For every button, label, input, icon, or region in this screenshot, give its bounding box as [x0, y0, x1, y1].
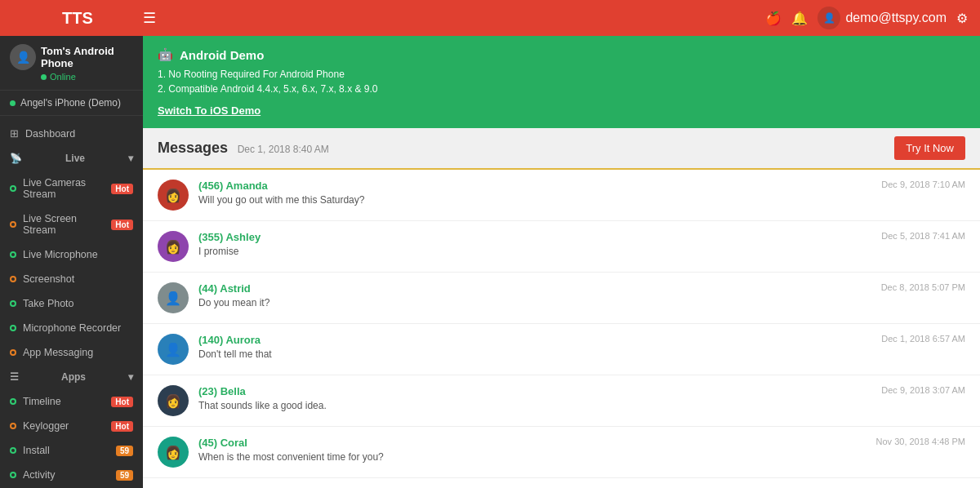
- device-section: 👤 Tom's Android Phone Online: [0, 36, 143, 91]
- contact-name: (355) Ashley: [198, 231, 871, 243]
- screenshot-dot: [10, 276, 16, 282]
- live-cameras-badge: Hot: [111, 184, 133, 194]
- sidebar-section-apps[interactable]: ☰ Apps ▾: [0, 365, 143, 389]
- banner-title: 🤖 Android Demo: [158, 47, 965, 62]
- activity-badge: 59: [116, 470, 133, 481]
- message-item[interactable]: 👤 (44) Astrid Do you mean it? Dec 8, 201…: [143, 273, 980, 324]
- sidebar-item-screenshot[interactable]: Screenshot: [0, 267, 143, 291]
- sidebar-item-activity[interactable]: Activity 59: [0, 463, 143, 487]
- device-name-label: Tom's Android Phone: [41, 45, 133, 69]
- message-time: Dec 1, 2018 6:57 AM: [881, 334, 965, 344]
- sidebar: 👤 Tom's Android Phone Online Angel's iPh…: [0, 36, 143, 488]
- angel-dot: [10, 100, 16, 106]
- avatar: 👩: [158, 385, 189, 416]
- install-label: Install: [23, 445, 50, 456]
- message-item[interactable]: 👩 (456) Amanda Will you go out with me t…: [143, 170, 980, 221]
- live-icon: 📡: [10, 153, 22, 164]
- message-preview: Will you go out with me this Saturday?: [198, 194, 871, 206]
- online-status: Online: [10, 72, 133, 82]
- online-dot: [41, 74, 47, 80]
- app-messaging-dot: [10, 349, 16, 356]
- dashboard-icon: ⊞: [10, 127, 19, 140]
- message-time: Dec 9, 2018 3:07 AM: [881, 385, 965, 395]
- message-time: Dec 9, 2018 7:10 AM: [881, 180, 965, 189]
- message-preview: Do you mean it?: [198, 297, 871, 308]
- message-body: (456) Amanda Will you go out with me thi…: [198, 180, 871, 206]
- live-mic-label: Live Microphone: [23, 249, 98, 260]
- timeline-dot: [10, 398, 16, 405]
- avatar: 👩: [158, 437, 189, 468]
- sidebar-item-dashboard[interactable]: ⊞ Dashboard: [0, 121, 143, 146]
- hamburger-icon[interactable]: ☰: [143, 9, 156, 27]
- contact-name: (23) Bella: [198, 385, 871, 397]
- message-item[interactable]: 👤 (140) Aurora Don't tell me that Dec 1,…: [143, 324, 980, 375]
- message-time: Dec 8, 2018 5:07 PM: [881, 282, 965, 292]
- try-it-now-button[interactable]: Try It Now: [894, 136, 965, 160]
- secondary-device-label: Angel's iPhone (Demo): [20, 97, 121, 109]
- header-icons: 🍎 🔔 👤 demo@ttspy.com ⚙: [765, 7, 968, 29]
- sidebar-item-timeline[interactable]: Timeline Hot: [0, 389, 143, 414]
- messages-header: Messages Dec 1, 2018 8:40 AM Try It Now: [143, 128, 980, 170]
- sidebar-item-take-photo[interactable]: Take Photo: [0, 291, 143, 316]
- message-item[interactable]: 👩 (23) Bella That sounds like a good ide…: [143, 375, 980, 427]
- keylogger-badge: Hot: [111, 421, 133, 432]
- sidebar-item-live-cameras[interactable]: Live Cameras Stream Hot: [0, 171, 143, 206]
- sidebar-item-live-screen[interactable]: Live Screen Stream Hot: [0, 206, 143, 242]
- activity-dot: [10, 472, 16, 478]
- live-cameras-dot: [10, 185, 16, 192]
- device-name: 👤 Tom's Android Phone: [10, 44, 133, 70]
- message-preview: When is the most convenient time for you…: [198, 451, 866, 463]
- main-layout: 👤 Tom's Android Phone Online Angel's iPh…: [0, 36, 980, 488]
- mic-recorder-dot: [10, 325, 16, 331]
- message-item[interactable]: 👩 (355) Ashley I promise Dec 5, 2018 7:4…: [143, 221, 980, 273]
- contact-name: (45) Coral: [198, 437, 866, 449]
- live-screen-label: Live Screen Stream: [23, 213, 105, 236]
- message-body: (23) Bella That sounds like a good idea.: [198, 385, 871, 411]
- take-photo-dot: [10, 300, 16, 307]
- message-item[interactable]: 👩 (56) Elizabeth It's your turn Dec 5, 2…: [143, 478, 980, 488]
- contact-name: (44) Astrid: [198, 282, 871, 295]
- message-time: Dec 5, 2018 7:41 AM: [881, 231, 965, 241]
- messages-date: Dec 1, 2018 8:40 AM: [238, 144, 329, 155]
- messages-title: Messages: [158, 140, 228, 156]
- settings-icon[interactable]: ⚙: [956, 11, 968, 26]
- avatar: 👤: [158, 334, 189, 365]
- timeline-label: Timeline: [23, 396, 61, 407]
- sidebar-item-live-mic[interactable]: Live Microphone: [0, 242, 143, 267]
- banner-title-text: Android Demo: [180, 48, 264, 62]
- apps-chevron-icon: ▾: [128, 371, 133, 383]
- keylogger-dot: [10, 423, 16, 429]
- secondary-device[interactable]: Angel's iPhone (Demo): [0, 91, 143, 116]
- device-avatar: 👤: [10, 44, 36, 70]
- user-email: demo@ttspy.com: [845, 11, 947, 25]
- sidebar-item-app-messaging[interactable]: App Messaging: [0, 340, 143, 365]
- sidebar-item-install[interactable]: Install 59: [0, 438, 143, 463]
- install-badge: 59: [116, 446, 133, 456]
- activity-label: Activity: [23, 469, 56, 481]
- mic-recorder-label: Microphone Recorder: [23, 322, 121, 334]
- sidebar-section-live[interactable]: 📡 Live ▾: [0, 146, 143, 171]
- message-time: Nov 30, 2018 4:48 PM: [876, 437, 965, 446]
- banner-point1: 1. No Rooting Required For Android Phone: [158, 69, 965, 80]
- switch-to-ios-link[interactable]: Switch To iOS Demo: [158, 104, 261, 117]
- live-screen-badge: Hot: [111, 220, 133, 230]
- message-preview: Don't tell me that: [198, 348, 871, 360]
- apps-icon: ☰: [10, 371, 19, 383]
- chevron-icon: ▾: [128, 153, 133, 164]
- apple-icon[interactable]: 🍎: [765, 11, 782, 26]
- keylogger-label: Keylogger: [23, 420, 69, 432]
- top-header: TTS ☰ 🍎 🔔 👤 demo@ttspy.com ⚙: [0, 0, 980, 36]
- sidebar-item-mic-recorder[interactable]: Microphone Recorder: [0, 316, 143, 340]
- message-body: (140) Aurora Don't tell me that: [198, 334, 871, 360]
- sidebar-item-keylogger[interactable]: Keylogger Hot: [0, 414, 143, 438]
- live-mic-dot: [10, 251, 16, 258]
- content-area: 🤖 Android Demo 1. No Rooting Required Fo…: [143, 36, 980, 488]
- live-label: Live: [65, 153, 85, 164]
- message-item[interactable]: 👩 (45) Coral When is the most convenient…: [143, 427, 980, 478]
- live-screen-dot: [10, 221, 16, 228]
- contact-name: (456) Amanda: [198, 180, 871, 192]
- bell-icon[interactable]: 🔔: [791, 11, 808, 26]
- take-photo-label: Take Photo: [23, 298, 74, 309]
- avatar: 👤: [817, 7, 840, 29]
- message-preview: I promise: [198, 246, 871, 257]
